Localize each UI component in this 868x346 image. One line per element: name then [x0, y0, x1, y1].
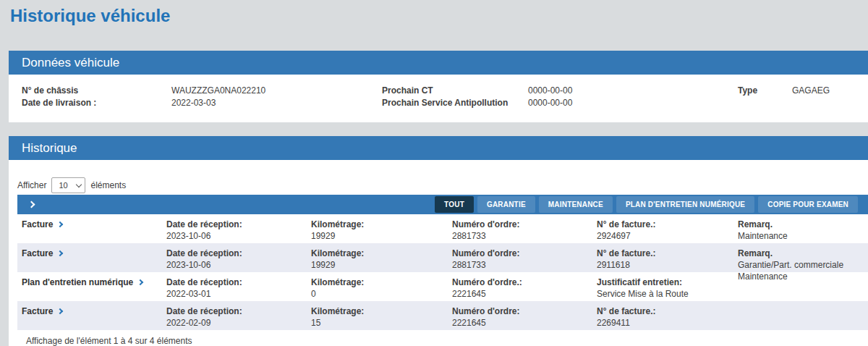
cell-value: Maintenance — [738, 230, 868, 242]
page-title: Historique véhicule — [10, 6, 868, 28]
table-row: Facture Date de réception: 2022-02-09 Ki… — [17, 301, 868, 330]
row-cell: N° de facture.: 2269411 — [592, 305, 733, 330]
row-type-label: Plan d'entretien numérique — [22, 277, 133, 288]
cell-value: 2221645 — [452, 288, 592, 300]
cell-value: 15 — [311, 317, 448, 329]
row-cell: Numéro d'ordre: 2221645 — [448, 305, 592, 330]
cell-value: 2023-10-06 — [166, 259, 307, 271]
row-cell: Kilométrage: 15 — [307, 305, 448, 330]
cell-value: 2023-10-06 — [166, 230, 307, 242]
history-table: Facture Date de réception: 2023-10-06 Ki… — [17, 214, 868, 330]
history-section-body: Afficher 10 éléments TOUT GARANTIE MAINT… — [9, 160, 868, 346]
chevron-right-icon — [57, 308, 63, 314]
cell-value: Service Mise à la Route — [597, 288, 733, 300]
row-type-link[interactable]: Facture — [17, 248, 62, 259]
chassis-value: WAUZZZGA0NA022210 — [171, 85, 382, 97]
cell-value: 2881733 — [452, 230, 592, 242]
type-value: GAGAEG — [792, 85, 868, 97]
tab-tout[interactable]: TOUT — [435, 196, 474, 213]
table-row: Plan d'entretien numérique Date de récep… — [17, 272, 868, 301]
row-cell: Numéro d'ordre: 2881733 — [448, 219, 592, 243]
next-service-value: 0000-00-00 — [528, 97, 738, 109]
row-cell: Justificatif entretien: Service Mise à l… — [592, 277, 733, 301]
cell-label: Date de réception: — [166, 248, 307, 259]
row-cell: Kilométrage: 0 — [307, 277, 448, 301]
row-type-label: Facture — [22, 219, 53, 230]
chassis-label: N° de châssis — [22, 85, 171, 97]
row-cell: Numéro d'ordre.: 2221645 — [448, 277, 592, 301]
cell-label: Kilométrage: — [311, 248, 448, 259]
cell-value: 2911618 — [597, 259, 733, 271]
empty-cell — [792, 97, 868, 109]
row-type-label: Facture — [22, 248, 53, 259]
vehicle-section-body: N° de châssis WAUZZZGA0NA022210 Prochain… — [9, 75, 868, 122]
tab-plan-entretien-numerique[interactable]: PLAN D'ENTRETIEN NUMÉRIQUE — [616, 196, 754, 213]
vehicle-data-grid: N° de châssis WAUZZZGA0NA022210 Prochain… — [22, 85, 868, 109]
row-type-link[interactable]: Facture — [17, 219, 62, 230]
row-type-cell: Plan d'entretien numérique — [17, 277, 162, 301]
chevron-right-icon — [57, 221, 63, 227]
row-type-cell: Facture — [17, 305, 162, 330]
cell-label: N° de facture.: — [597, 248, 733, 259]
chevron-right-icon — [57, 250, 63, 256]
cell-label: Date de réception: — [166, 305, 307, 317]
table-pagination-summary: Affichage de l'élément 1 à 4 sur 4 éléme… — [26, 336, 868, 346]
cell-value: 19929 — [311, 230, 448, 242]
cell-value: 0 — [311, 288, 448, 300]
row-cell — [733, 305, 868, 330]
cell-label: Kilométrage: — [311, 277, 448, 288]
next-ct-value: 0000-00-00 — [528, 85, 738, 97]
row-type-label: Facture — [22, 305, 53, 317]
cell-label: N° de facture.: — [597, 219, 733, 230]
cell-label: Kilométrage: — [311, 219, 448, 230]
cell-label: Numéro d'ordre: — [452, 248, 592, 259]
row-cell: Kilométrage: 19929 — [307, 219, 448, 243]
next-service-label: Prochain Service Antipollution — [382, 97, 528, 109]
cell-value: 2022-03-01 — [166, 288, 307, 300]
cell-label: Date de réception: — [166, 277, 307, 288]
cell-label: Remarq. — [738, 219, 868, 230]
show-prefix-label: Afficher — [17, 180, 46, 190]
row-type-link[interactable]: Plan d'entretien numérique — [17, 277, 142, 288]
page-size-control: Afficher 10 éléments — [17, 177, 868, 193]
cell-value: 2269411 — [597, 317, 733, 329]
row-cell — [733, 277, 868, 301]
cell-value: 19929 — [311, 259, 448, 271]
chevron-right-icon — [28, 201, 35, 208]
empty-cell — [738, 97, 792, 109]
cell-label: N° de facture.: — [597, 305, 733, 317]
cell-label: Numéro d'ordre: — [452, 305, 592, 317]
cell-label: Kilométrage: — [311, 305, 448, 317]
vehicle-history-page: { "page": { "title": "Historique véhicul… — [0, 0, 868, 346]
show-suffix-label: éléments — [90, 180, 126, 190]
row-cell: Remarq. Maintenance — [733, 219, 868, 243]
tab-maintenance[interactable]: MAINTENANCE — [539, 196, 613, 213]
row-cell: Date de réception: 2023-10-06 — [162, 219, 307, 243]
cell-value: 2022-02-09 — [166, 317, 307, 329]
tab-garantie[interactable]: GARANTIE — [477, 196, 535, 213]
cell-label: Justificatif entretien: — [597, 277, 733, 288]
vehicle-section-title: Données véhicule — [22, 56, 119, 70]
cell-label: Date de réception: — [166, 219, 307, 230]
table-row: Facture Date de réception: 2023-10-06 Ki… — [17, 243, 868, 272]
cell-value: 2881733 — [452, 259, 592, 271]
vehicle-section-header: Données véhicule — [9, 51, 868, 75]
history-section-title: Historique — [22, 141, 77, 156]
cell-label: Remarq. — [738, 248, 868, 259]
cell-value: 2221645 — [452, 317, 592, 329]
row-type-link[interactable]: Facture — [17, 305, 62, 317]
history-section-header: Historique — [9, 136, 868, 160]
row-type-cell: Facture — [17, 219, 162, 243]
delivery-date-value: 2022-03-03 — [171, 97, 382, 109]
page-size-select-wrap: 10 — [51, 177, 85, 193]
tab-copie-pour-examen[interactable]: COPIE POUR EXAMEN — [758, 196, 858, 213]
cell-label: Numéro d'ordre: — [452, 219, 592, 230]
type-label: Type — [738, 85, 792, 97]
row-cell: Date de réception: 2022-03-01 — [162, 277, 307, 301]
cell-value: 2924697 — [597, 230, 733, 242]
filter-tabs: TOUT GARANTIE MAINTENANCE PLAN D'ENTRETI… — [435, 196, 861, 213]
history-filter-bar: TOUT GARANTIE MAINTENANCE PLAN D'ENTRETI… — [17, 195, 868, 214]
collapse-toggle-button[interactable] — [25, 199, 38, 210]
page-size-select[interactable]: 10 — [51, 177, 85, 193]
vehicle-data-section: Données véhicule N° de châssis WAUZZZGA0… — [9, 51, 868, 122]
